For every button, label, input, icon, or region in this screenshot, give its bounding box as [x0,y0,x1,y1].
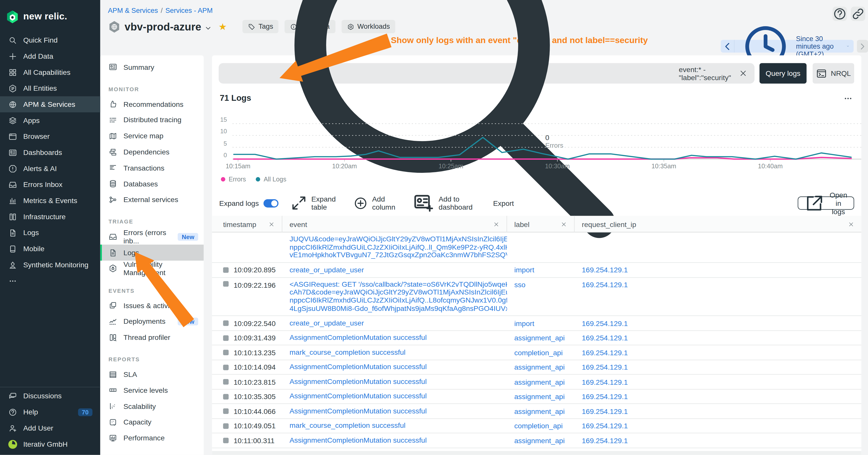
breadcrumb-link-services-apm[interactable]: Services - APM [165,6,213,14]
expand-logs-toggle[interactable] [264,199,278,207]
label-cell-link[interactable]: assignment_api [507,436,575,445]
log-query-input[interactable]: event:* -"label":"security" [219,63,754,84]
label-cell-link[interactable]: import [507,266,575,274]
label-cell-link[interactable]: assignment_api [507,392,575,401]
label-cell-link[interactable]: completion_api [507,422,575,430]
event-cell-link[interactable]: mark_course_completion successful [282,422,507,430]
subnav-item-scalability[interactable]: Scalability [100,398,204,414]
title-chevron-down-icon[interactable] [204,24,212,32]
table-row[interactable]: 10:09:20.895create_or_update_userimport1… [212,263,861,278]
table-row[interactable]: 10:09:31.439AssignmentCompletionMutation… [212,331,861,346]
log-row-marker[interactable] [223,267,228,273]
subnav-item-logs[interactable]: Logs [100,245,204,260]
subnav-item-dependencies[interactable]: Dependencies [100,144,204,160]
sidebar-item-more[interactable] [0,273,100,289]
legend-item-all-logs[interactable]: All Logs [256,176,286,183]
sidebar-item-iterativ-gmbh[interactable]: Iterativ GmbH [0,436,100,452]
sidebar-item-alerts-ai[interactable]: Alerts & AI [0,161,100,176]
event-cell-link[interactable]: AssignmentCompletionMutation successful [282,334,507,342]
sidebar-item-errors-inbox[interactable]: Errors Inbox [0,176,100,193]
request-client-ip-cell-link[interactable]: 169.254.129.1 [575,436,862,445]
event-cell-link[interactable]: AssignmentCompletionMutation successful [282,378,507,386]
event-cell-link[interactable]: <ASGIRequest: GET '/sso/callback/?state=… [282,281,507,313]
subnav-item-errors-errors-inb[interactable]: Errors (errors inb...New [100,229,204,245]
subnav-item-databases[interactable]: Databases [100,176,204,192]
time-back-button[interactable] [721,40,735,53]
sidebar-item-all-capabilities[interactable]: All Capabilities [0,64,100,80]
sidebar-item-discussions[interactable]: Discussions [0,388,100,404]
remove-column-icon[interactable] [493,221,499,227]
label-cell-link[interactable]: import [507,319,575,327]
subnav-item-service-map[interactable]: Service map [100,128,204,144]
event-cell-link[interactable]: AssignmentCompletionMutation successful [282,363,507,371]
subnav-item-external-services[interactable]: External services [100,192,204,207]
logs-timeseries-chart[interactable] [212,110,861,166]
time-range-button[interactable]: Since 30 minutes ago (GMT+2) [735,40,854,53]
log-row-marker[interactable] [223,364,228,370]
log-row-marker[interactable] [223,438,228,444]
table-row[interactable]: 10:10:44.066AssignmentCompletionMutation… [212,404,861,419]
log-row-marker[interactable] [223,335,228,340]
sidebar-item-add-data[interactable]: Add Data [0,48,100,64]
subnav-item-issues-activity[interactable]: Issues & activity [100,297,204,314]
subnav-item-vulnerability-management[interactable]: Vulnerability Management [100,260,204,277]
label-cell-link[interactable]: assignment_api [507,363,575,371]
sidebar-item-mobile[interactable]: Mobile [0,240,100,257]
sidebar-item-apps[interactable]: Apps [0,112,100,129]
subnav-item-recommendations[interactable]: Recommendations [100,96,204,112]
log-row-marker[interactable] [223,350,228,356]
legend-item-errors[interactable]: Errors [221,176,246,183]
label-cell-link[interactable]: sso [507,281,575,289]
subnav-item-service-levels[interactable]: Service levels [100,383,204,398]
request-client-ip-cell-link[interactable]: 169.254.129.1 [575,319,862,327]
sidebar-item-add-user[interactable]: Add User [0,420,100,436]
table-row[interactable]: 10:09:22.196<ASGIRequest: GET '/sso/call… [212,278,861,316]
subnav-item-distributed-tracing[interactable]: Distributed tracing [100,112,204,128]
label-cell-link[interactable]: completion_api [507,349,575,357]
subnav-item-summary[interactable]: Summary [100,59,204,75]
more-options-icon[interactable] [843,94,852,103]
event-cell-link[interactable]: create_or_update_user [282,266,507,274]
table-row[interactable]: 10:09:22.540create_or_update_userimport1… [212,316,861,331]
table-row[interactable]: JUQVU&code=eyJraWQiOiJjcGltY29yZV8wOTl1M… [212,232,861,263]
help-button[interactable] [833,6,847,21]
sidebar-item-apm-services[interactable]: APM & Services [0,96,100,112]
sidebar-item-help[interactable]: Help70 [0,404,100,420]
table-row[interactable]: 10:10:23.815AssignmentCompletionMutation… [212,375,861,390]
label-cell-link[interactable]: assignment_api [507,378,575,386]
table-row[interactable]: 10:10:14.094AssignmentCompletionMutation… [212,360,861,375]
request-client-ip-cell-link[interactable]: 169.254.129.1 [575,349,862,357]
request-client-ip-cell-link[interactable]: 169.254.129.1 [575,266,862,274]
label-cell-link[interactable]: assignment_api [507,407,575,416]
favorite-star-icon[interactable]: ★ [218,21,227,32]
sidebar-item-infrastructure[interactable]: Infrastructure [0,208,100,225]
remove-column-icon[interactable] [561,221,567,227]
subnav-item-deployments[interactable]: DeploymentsNew [100,314,204,329]
request-client-ip-cell-link[interactable]: 169.254.129.1 [575,392,862,401]
event-cell-link[interactable]: create_or_update_user [282,319,507,327]
table-row[interactable]: 10:10:13.235mark_course_completion succe… [212,346,861,360]
log-row-marker[interactable] [223,409,228,414]
open-in-logs-button[interactable]: Open in logs [798,196,854,210]
sidebar-item-dashboards[interactable]: Dashboards [0,144,100,161]
event-cell-link[interactable]: mark_course_completion successful [282,349,507,357]
sidebar-item-browser[interactable]: Browser [0,129,100,144]
table-row[interactable]: 10:10:35.305AssignmentCompletionMutation… [212,390,861,404]
sidebar-item-all-entities[interactable]: All Entities [0,80,100,96]
request-client-ip-cell-link[interactable]: 169.254.129.1 [575,422,862,430]
add-to-dashboard-button[interactable]: Add to dashboard [412,192,472,215]
subnav-item-sla[interactable]: SLA [100,366,204,382]
label-cell-link[interactable]: assignment_api [507,334,575,342]
remove-column-icon[interactable] [848,221,854,227]
expand-table-button[interactable]: Expand table [290,194,336,212]
event-cell-link[interactable]: JUQVU&code=eyJraWQiOiJjcGltY29yZV8wOTl1M… [282,235,507,260]
add-column-button[interactable]: Add column [353,195,395,212]
nrql-button[interactable]: NRQL [812,63,854,84]
subnav-item-transactions[interactable]: Transactions [100,160,204,176]
remove-column-icon[interactable] [269,221,275,227]
log-row-marker[interactable] [223,281,228,287]
clear-query-icon[interactable] [739,69,747,77]
sidebar-item-quick-find[interactable]: Quick Find [0,32,100,48]
sidebar-item-metrics-events[interactable]: Metrics & Events [0,193,100,208]
export-button[interactable]: Export [489,199,514,207]
